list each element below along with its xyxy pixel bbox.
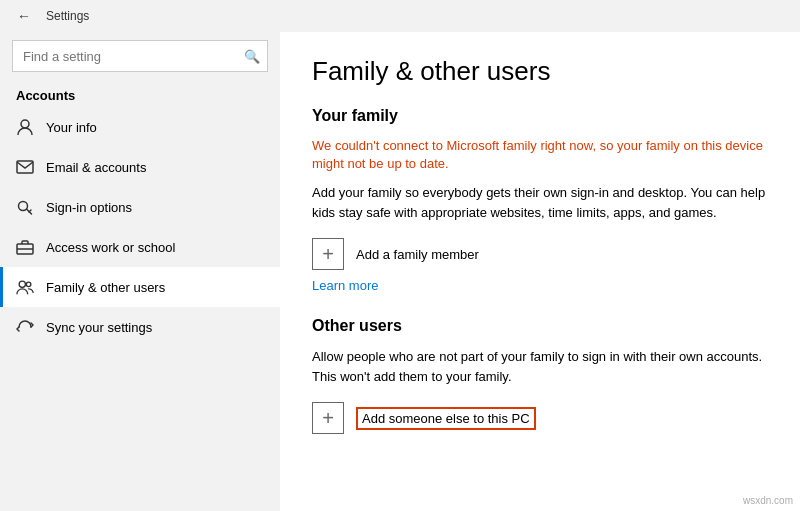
- sidebar-item-family-other-users-label: Family & other users: [46, 280, 165, 295]
- search-icon: 🔍: [244, 49, 260, 64]
- other-users-info-text: Allow people who are not part of your fa…: [312, 347, 768, 386]
- sync-icon: [16, 318, 34, 336]
- search-input[interactable]: [12, 40, 268, 72]
- window-title: Settings: [46, 9, 89, 23]
- add-family-member-row[interactable]: + Add a family member: [312, 238, 768, 270]
- title-bar: ← Settings: [0, 0, 800, 32]
- key-icon: [16, 198, 34, 216]
- sidebar-item-family-other-users[interactable]: Family & other users: [0, 267, 280, 307]
- sidebar-item-email-accounts-label: Email & accounts: [46, 160, 146, 175]
- watermark: wsxdn.com: [740, 494, 796, 507]
- back-button[interactable]: ←: [10, 2, 38, 30]
- sidebar-item-access-work-school[interactable]: Access work or school: [0, 227, 280, 267]
- sidebar-item-sync-settings[interactable]: Sync your settings: [0, 307, 280, 347]
- sidebar-item-sync-settings-label: Sync your settings: [46, 320, 152, 335]
- app-container: 🔍 Accounts Your info Email & accounts: [0, 32, 800, 511]
- svg-point-0: [21, 120, 29, 128]
- family-info-text: Add your family so everybody gets their …: [312, 183, 768, 222]
- sidebar-item-access-work-school-label: Access work or school: [46, 240, 175, 255]
- svg-point-5: [19, 281, 25, 287]
- sidebar-item-sign-in-options-label: Sign-in options: [46, 200, 132, 215]
- add-someone-label: Add someone else to this PC: [356, 407, 536, 430]
- group-icon: [16, 278, 34, 296]
- briefcase-icon: [16, 238, 34, 256]
- other-users-section-title: Other users: [312, 317, 768, 335]
- svg-point-6: [26, 282, 31, 287]
- learn-more-link[interactable]: Learn more: [312, 278, 768, 293]
- sidebar-item-sign-in-options[interactable]: Sign-in options: [0, 187, 280, 227]
- family-error-text: We couldn't connect to Microsoft family …: [312, 137, 768, 173]
- sidebar-item-email-accounts[interactable]: Email & accounts: [0, 147, 280, 187]
- main-content: Family & other users Your family We coul…: [280, 32, 800, 511]
- add-family-member-button[interactable]: +: [312, 238, 344, 270]
- svg-rect-1: [17, 161, 33, 173]
- sidebar-section-title: Accounts: [0, 80, 280, 107]
- sidebar-item-your-info-label: Your info: [46, 120, 97, 135]
- sidebar-item-your-info[interactable]: Your info: [0, 107, 280, 147]
- person-icon: [16, 118, 34, 136]
- add-someone-row[interactable]: + Add someone else to this PC: [312, 402, 768, 434]
- your-family-section-title: Your family: [312, 107, 768, 125]
- sidebar: 🔍 Accounts Your info Email & accounts: [0, 32, 280, 511]
- email-icon: [16, 158, 34, 176]
- page-title: Family & other users: [312, 56, 768, 87]
- search-container: 🔍: [12, 40, 268, 72]
- add-someone-button[interactable]: +: [312, 402, 344, 434]
- add-family-member-label: Add a family member: [356, 247, 479, 262]
